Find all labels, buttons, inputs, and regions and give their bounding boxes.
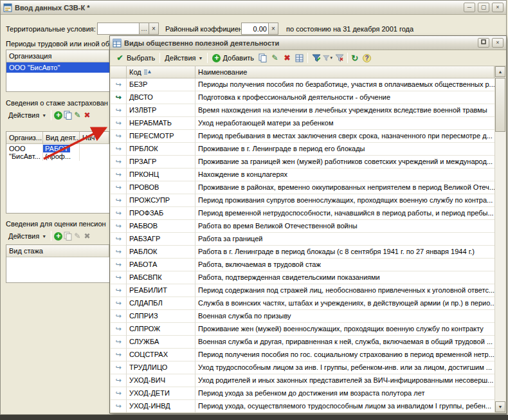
row-code-cell[interactable]: БЕЗР [127, 78, 195, 91]
table-row[interactable]: ↪ПРБЛОКПроживание в г. Ленинграде в пери… [111, 143, 505, 156]
name-column-header[interactable]: Наименование [195, 66, 494, 78]
table-row[interactable]: ↪ПРОЖСУПРПериод проживания супругов воен… [111, 194, 505, 207]
row-code-cell[interactable]: ПРКОНЦ [127, 169, 195, 181]
table-row[interactable]: ↪БЕЗРПериоды получения пособия по безраб… [111, 78, 505, 91]
delete-icon[interactable]: ✖ [282, 53, 292, 63]
edit-icon[interactable]: ✎ [270, 53, 280, 63]
row-code-cell[interactable]: РАБЛОК [127, 246, 195, 259]
grid1-col-org[interactable]: Организ... [6, 132, 43, 144]
delete-icon[interactable]: ✖ [82, 232, 92, 241]
minimize-icon[interactable]: ─ [464, 3, 475, 12]
table-row[interactable]: ↪РЕАБИЛИТПериод содержания под стражей л… [111, 284, 505, 297]
row-code-cell[interactable]: РАБОТА [127, 259, 195, 271]
coefficient-input[interactable]: × [241, 23, 278, 35]
table-row[interactable]: ↪ПРОФЗАБПериод временной нетрудоспособно… [111, 207, 505, 220]
edit-icon[interactable]: ✎ [73, 232, 82, 241]
row-name-cell[interactable]: Нахождение в концлагерях [195, 169, 494, 181]
close-icon[interactable]: × [492, 38, 503, 48]
territorial-field[interactable] [98, 23, 139, 34]
territorial-input[interactable]: … × [97, 23, 159, 35]
table-row[interactable]: ↪РАБОТАРабота, включаемая в трудовой ста… [111, 259, 505, 271]
row-name-cell[interactable]: Служба в воинских частях, штабах и учреж… [195, 297, 494, 310]
table-row[interactable]: ↪СЛУЖБАВоенная служба и другая, приравне… [111, 336, 505, 349]
row-code-cell[interactable]: ПРОВОВ [127, 181, 195, 194]
row-code-cell[interactable]: РАБСВПК [127, 271, 195, 284]
row-code-cell[interactable]: ПРЗАГР [127, 156, 195, 169]
filter-settings-icon[interactable] [311, 53, 321, 63]
table-row[interactable]: ↪ПРЗАГРПроживание за границей жен (мужей… [111, 156, 505, 169]
filter-clear-icon[interactable] [334, 53, 344, 63]
clear-icon[interactable]: × [268, 23, 278, 34]
row-code-cell[interactable]: ДВСТО [127, 91, 195, 104]
grid-settings-icon[interactable] [295, 53, 304, 63]
row-code-cell[interactable]: УХОД-ВИЧ [127, 374, 195, 387]
row-code-cell[interactable]: УХОД-ДЕТИ [127, 387, 195, 400]
organization-selected-row[interactable]: ООО "БисАвто" [6, 62, 109, 73]
table-row[interactable]: ↪ПРКОНЦНахождение в концлагерях [111, 169, 505, 181]
table-row[interactable]: ↪ИЗЛВТРВремя нахождения на излечении в л… [111, 104, 505, 117]
scroll-up-icon[interactable]: ▲ [495, 66, 505, 77]
row-code-cell[interactable]: ПРОФЗАБ [127, 207, 195, 220]
row-name-cell[interactable]: Уход родителей и иных законных представи… [195, 374, 494, 387]
row-code-cell[interactable]: СОЦСТРАХ [127, 349, 195, 361]
scroll-down-icon[interactable]: ▼ [495, 401, 505, 412]
coefficient-field[interactable] [242, 23, 268, 34]
actions-button[interactable]: Действия▼ [162, 51, 205, 64]
table-row[interactable]: ↪УХОД-ДЕТИПериод ухода за ребенком до до… [111, 387, 505, 400]
row-code-cell[interactable]: СЛПРОЖ [127, 323, 195, 336]
row-name-cell[interactable]: Работа, подтвержденная свидетельскими по… [195, 271, 494, 284]
row-name-cell[interactable]: Периоды получения пособия по безработице… [195, 78, 494, 91]
row-code-cell[interactable]: ПЕРЕСМОТР [127, 130, 195, 143]
row-code-cell[interactable]: РАБЗАГР [127, 233, 195, 246]
row-code-cell[interactable]: СЛДАПБЛ [127, 297, 195, 310]
table-row[interactable]: ↪НЕРАБМАТЬУход неработающей матери за ре… [111, 117, 505, 130]
choose-ellipsis-icon[interactable]: … [139, 23, 149, 34]
row-name-cell[interactable]: Работа в г. Ленинграде в период блокады … [195, 246, 494, 259]
row-code-cell[interactable]: ПРБЛОК [127, 143, 195, 156]
table-row[interactable]: ↪УХОД-ВИЧУход родителей и иных законных … [111, 374, 505, 387]
row-name-cell[interactable]: Подготовка к профессиональной деятельнос… [195, 91, 494, 104]
row-name-cell[interactable]: Уход трудоспособным лицом за инв. I груп… [195, 361, 494, 374]
organization-column-header[interactable]: Организация [6, 50, 109, 62]
row-name-cell[interactable]: Военная служба и другая, приравненная к … [195, 336, 494, 349]
row-name-cell[interactable]: Проживание жен (мужей) военнослужащих, п… [195, 323, 494, 336]
row-name-cell[interactable]: Период получения пособия по гос. социаль… [195, 349, 494, 361]
scrollbar-thumb[interactable] [495, 78, 505, 132]
grid1-col-kind[interactable]: Вид деят... [43, 132, 80, 144]
refresh-icon[interactable]: ↻ [350, 53, 359, 63]
row-name-cell[interactable]: Проживание в г. Ленинграде в период его … [195, 143, 494, 156]
row-code-cell[interactable]: УХОД-ИНВД [127, 400, 195, 412]
row-name-cell[interactable]: Период ухода за ребенком до достижения и… [195, 387, 494, 400]
grid2-col-vid-stazha[interactable]: Вид стажа [6, 245, 109, 257]
grid1-col-start[interactable]: Нач [80, 132, 109, 144]
table-row[interactable]: ↪РАБСВПКРабота, подтвержденная свидетель… [111, 271, 505, 284]
add-button[interactable]: + Добавить [210, 51, 257, 64]
row-name-cell[interactable]: Период содержания под стражей лиц, необо… [195, 284, 494, 297]
row-code-cell[interactable]: СЛУЖБА [127, 336, 195, 349]
table-row[interactable]: ↪СЛДАПБЛСлужба в воинских частях, штабах… [111, 297, 505, 310]
copy-icon[interactable] [63, 232, 73, 241]
table-row[interactable]: ↪ТРУДЛИЦОУход трудоспособным лицом за ин… [111, 361, 505, 374]
row-name-cell[interactable]: Период временной нетрудоспособности, нач… [195, 207, 494, 220]
row-name-cell[interactable]: Работа во время Великой Отечественной во… [195, 220, 494, 233]
delete-icon[interactable]: ✖ [82, 111, 92, 120]
row-code-cell[interactable]: ТРУДЛИЦО [127, 361, 195, 374]
table-row[interactable]: ↪ПРОВОВПроживание в районах, временно ок… [111, 181, 505, 194]
row-name-cell[interactable]: Работа, включаемая в трудовой стаж [195, 259, 494, 271]
actions-button[interactable]: Действия▼ [6, 109, 49, 122]
close-icon[interactable]: × [492, 3, 503, 12]
copy-icon[interactable] [63, 111, 73, 120]
row-code-cell[interactable]: РЕАБИЛИТ [127, 284, 195, 297]
row-name-cell[interactable]: Период проживания супругов военнослужащи… [195, 194, 494, 207]
row-code-cell[interactable]: РАБВОВ [127, 220, 195, 233]
grid1-row[interactable]: ООО "БисАвт... РАБОТ (проф... [6, 144, 109, 161]
restore-icon[interactable] [478, 38, 489, 48]
add-icon[interactable]: + [53, 111, 63, 120]
table-row[interactable]: ↪РАБЗАГРРабота за границей [111, 233, 505, 246]
marker-column-header[interactable] [111, 66, 127, 78]
help-icon[interactable]: ? [362, 53, 372, 63]
copy-icon[interactable] [258, 53, 268, 63]
row-name-cell[interactable]: Период ухода, осуществляемого трудоспосо… [195, 400, 494, 412]
row-name-cell[interactable]: Проживание в районах, временно оккупиров… [195, 181, 494, 194]
table-row[interactable]: ↪РАБВОВРабота во время Великой Отечестве… [111, 220, 505, 233]
